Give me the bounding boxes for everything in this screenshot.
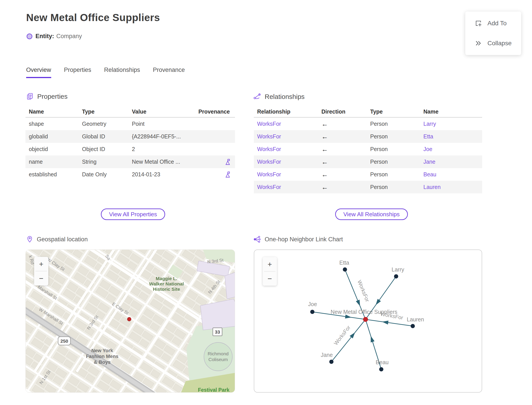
svg-text:Historic Site: Historic Site [153, 287, 180, 292]
view-all-relationships-button[interactable]: View All Relationships [335, 209, 408, 220]
relationship-link[interactable]: WorksFor [257, 133, 321, 140]
node-etta [343, 268, 347, 272]
properties-table-header: Name Type Value Provenance [26, 106, 235, 118]
entity-label: Entity: [35, 33, 54, 40]
svg-text:Beau: Beau [376, 359, 389, 365]
map-canvas[interactable]: k Rd W Clay St Sa N 3rd St N 4th St E Cl… [26, 250, 235, 392]
chevrons-right-icon [475, 40, 482, 47]
link-chart-icon [253, 236, 261, 243]
entity-name-link[interactable]: Etta [423, 133, 482, 140]
table-row: globalid Global ID {A228944F-0EF5-... [26, 130, 235, 143]
linkchart-section-header: One-hop Neighbor Link Chart [253, 236, 343, 243]
provenance-flag-icon[interactable] [225, 171, 232, 178]
table-row: WorksFor ← Person Joe [254, 143, 482, 155]
tab-properties[interactable]: Properties [64, 67, 91, 78]
svg-text:WorksFor: WorksFor [333, 324, 352, 346]
relationship-link[interactable]: WorksFor [257, 184, 321, 190]
table-row: name String New Metal Office ... [26, 155, 235, 168]
table-row: WorksFor ← Person Jane [254, 155, 482, 168]
map-pin-icon [26, 236, 33, 243]
relationships-section-title: Relationships [265, 93, 305, 101]
route-shield-33: 33 [213, 328, 222, 336]
center-node[interactable] [363, 317, 368, 322]
relationship-link[interactable]: WorksFor [257, 121, 321, 127]
entity-name-link[interactable]: Lauren [423, 184, 482, 190]
svg-text:Fashion Mens: Fashion Mens [86, 354, 119, 359]
map-festival-park-label: Festival Park [198, 387, 229, 392]
chart-zoom-out-button[interactable]: − [263, 271, 277, 286]
table-row: objectid Object ID 2 [26, 143, 235, 155]
svg-text:Larry: Larry [392, 266, 404, 273]
svg-text:& Boys: & Boys [94, 359, 111, 365]
add-to-label: Add To [487, 20, 507, 27]
svg-text:New York: New York [91, 348, 113, 353]
node-beau [379, 367, 384, 371]
map-coliseum-footprint [204, 343, 232, 371]
table-row: shape Geometry Point [26, 118, 235, 130]
svg-text:Richmond: Richmond [208, 351, 229, 356]
node-joe [310, 310, 314, 314]
entity-type-value: Company [56, 33, 82, 40]
table-row: WorksFor ← Person Larry [254, 118, 482, 130]
svg-text:Jane: Jane [321, 352, 333, 358]
entity-name-link[interactable]: Beau [423, 171, 482, 178]
relationships-icon [253, 93, 261, 101]
entity-detail-page: New Metal Office Suppliers Entity: Compa… [0, 0, 532, 405]
center-node-label: New Metal Office Suppliers [331, 309, 397, 315]
direction-arrow: ← [321, 171, 370, 178]
properties-section-title: Properties [37, 93, 68, 100]
entity-location-marker[interactable] [127, 317, 131, 321]
collapse-label: Collapse [487, 40, 512, 47]
add-to-icon [475, 20, 482, 27]
map-zoom-in-button[interactable]: + [34, 257, 48, 271]
properties-icon [26, 93, 34, 100]
chart-zoom-in-button[interactable]: + [263, 257, 277, 271]
table-row: established Date Only 2014-01-23 [26, 168, 235, 181]
relationships-table-header: Relationship Direction Type Name [254, 106, 482, 118]
add-to-button[interactable]: Add To [465, 13, 521, 33]
tab-relationships[interactable]: Relationships [104, 67, 140, 78]
linkchart-section-title: One-hop Neighbor Link Chart [265, 236, 343, 243]
direction-arrow: ← [321, 120, 370, 128]
direction-arrow: ← [321, 158, 370, 166]
page-title: New Metal Office Suppliers [26, 12, 160, 24]
chart-zoom-control: + − [263, 257, 277, 286]
table-row: WorksFor ← Person Lauren [254, 181, 482, 193]
entity-row: Entity: Company [27, 33, 82, 40]
tab-overview[interactable]: Overview [26, 67, 51, 78]
properties-section-header: Properties [26, 93, 68, 100]
node-larry [394, 274, 398, 279]
svg-text:Coliseum: Coliseum [208, 357, 228, 362]
geospatial-section-title: Geospatial location [37, 236, 88, 243]
map-zoom-out-button[interactable]: − [34, 271, 48, 285]
direction-arrow: ← [321, 133, 370, 140]
svg-text:Maggie L.: Maggie L. [156, 276, 177, 281]
svg-text:Walker National: Walker National [149, 281, 184, 286]
entity-name-link[interactable]: Jane [423, 159, 482, 165]
tab-provenance[interactable]: Provenance [153, 67, 185, 78]
tab-bar: Overview Properties Relationships Proven… [26, 67, 185, 78]
table-row: WorksFor ← Person Beau [254, 168, 482, 181]
direction-arrow: ← [321, 183, 370, 191]
relationship-link[interactable]: WorksFor [257, 146, 321, 152]
entity-name-link[interactable]: Joe [423, 146, 482, 152]
view-all-properties-button[interactable]: View All Properties [101, 209, 165, 220]
collapse-button[interactable]: Collapse [465, 33, 521, 53]
relationships-section-header: Relationships [253, 93, 305, 101]
table-row: WorksFor ← Person Etta [254, 130, 482, 143]
node-lauren [411, 324, 415, 328]
node-jane [329, 360, 334, 364]
geospatial-map[interactable]: k Rd W Clay St Sa N 3rd St N 4th St E Cl… [26, 250, 235, 392]
map-zoom-control: + − [34, 257, 48, 285]
entity-name-link[interactable]: Larry [423, 121, 482, 127]
entity-type-icon [27, 34, 32, 39]
relationship-link[interactable]: WorksFor [257, 159, 321, 165]
geospatial-section-header: Geospatial location [26, 236, 88, 243]
provenance-flag-icon[interactable] [225, 158, 232, 165]
node-labels: Etta Larry Joe Lauren Jane Beau New Meta… [308, 259, 424, 365]
svg-text:Etta: Etta [339, 259, 349, 266]
link-chart[interactable]: WorksFor WorksFor WorksFor Etta Larry Jo… [254, 250, 482, 392]
relationship-link[interactable]: WorksFor [257, 171, 321, 178]
link-chart-canvas[interactable]: WorksFor WorksFor WorksFor Etta Larry Jo… [254, 250, 482, 392]
actions-card: Add To Collapse [465, 12, 521, 55]
